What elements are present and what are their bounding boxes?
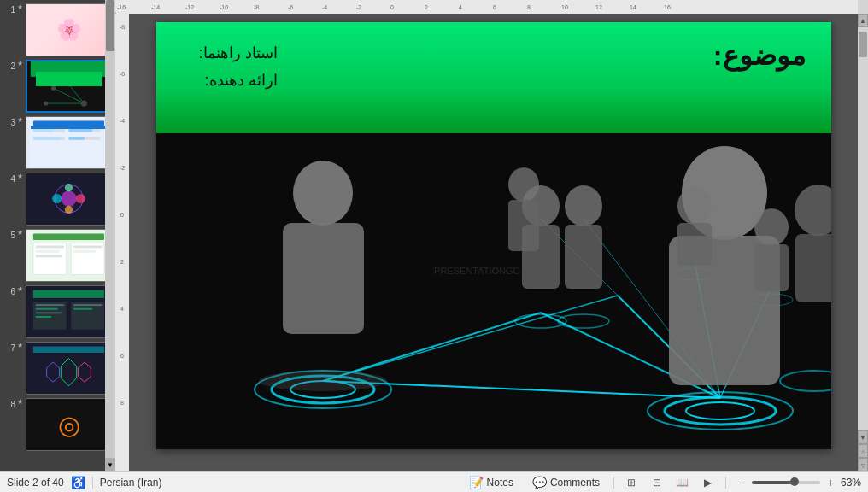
svg-point-112 bbox=[754, 208, 789, 246]
scroll-thumb[interactable] bbox=[859, 32, 867, 57]
svg-point-24 bbox=[65, 184, 73, 191]
svg-rect-113 bbox=[754, 244, 789, 291]
svg-rect-16 bbox=[33, 137, 61, 140]
svg-text:10: 10 bbox=[561, 4, 568, 10]
accessibility-icon[interactable]: ♿ bbox=[71, 476, 85, 489]
slide-sorter-btn[interactable]: ⊟ bbox=[648, 475, 666, 490]
svg-point-106 bbox=[565, 185, 602, 226]
zoom-percent: 63% bbox=[841, 477, 861, 489]
slide-thumb-8[interactable] bbox=[26, 398, 112, 451]
scroll-page-down-btn[interactable]: ▽ bbox=[858, 458, 868, 472]
zoom-in-btn[interactable]: + bbox=[824, 476, 837, 489]
slide-thumb-3[interactable] bbox=[26, 116, 112, 169]
scroll-down-btn[interactable]: ▼ bbox=[858, 430, 868, 444]
slide-canvas-container: PRESENTATIONGO.COM موضوع: استاد راهنما: … bbox=[129, 14, 858, 472]
svg-rect-28 bbox=[33, 243, 67, 275]
svg-rect-36 bbox=[33, 290, 104, 298]
canvas-area: -8 -6 -4 -2 0 2 4 6 8 bbox=[115, 14, 868, 472]
zoom-slider[interactable] bbox=[752, 481, 820, 484]
slide-item-7[interactable]: 7 ★ bbox=[3, 342, 112, 395]
svg-text:-6: -6 bbox=[288, 4, 293, 10]
svg-text:-8: -8 bbox=[120, 24, 125, 30]
right-scrollbar[interactable]: ▲ ▼ △ ▽ bbox=[858, 14, 868, 472]
svg-point-22 bbox=[52, 194, 62, 203]
slide-title-text: موضوع: bbox=[713, 39, 806, 72]
svg-text:-4: -4 bbox=[120, 118, 125, 124]
svg-text:-10: -10 bbox=[220, 4, 228, 10]
svg-point-96 bbox=[558, 314, 609, 328]
svg-point-7 bbox=[51, 86, 56, 91]
slide-star-4: ★ bbox=[17, 173, 26, 180]
slide-item-3[interactable]: 3 ★ bbox=[3, 116, 112, 169]
svg-text:2: 2 bbox=[425, 4, 428, 10]
scroll-page-up-btn[interactable]: △ bbox=[858, 444, 868, 458]
slide-item-5[interactable]: 5 ★ bbox=[3, 229, 112, 282]
svg-rect-10 bbox=[33, 121, 104, 126]
slide-panel-scroll-thumb bbox=[106, 0, 114, 51]
scroll-corner-btn[interactable] bbox=[858, 0, 868, 14]
slide-thumbnail-6 bbox=[26, 286, 111, 337]
svg-rect-32 bbox=[36, 255, 62, 258]
slide-thumbnail-1 bbox=[26, 4, 111, 56]
normal-view-btn[interactable]: ⊞ bbox=[623, 475, 640, 490]
slide-item-1[interactable]: 1 ★ bbox=[3, 3, 112, 56]
reading-view-btn[interactable]: 📖 bbox=[674, 475, 691, 490]
svg-text:-6: -6 bbox=[120, 71, 125, 77]
svg-text:12: 12 bbox=[595, 4, 602, 10]
svg-text:PRESENTATIONGO.COM: PRESENTATIONGO.COM bbox=[434, 266, 545, 276]
slide-thumb-6[interactable] bbox=[26, 285, 112, 338]
svg-rect-41 bbox=[36, 312, 62, 313]
svg-text:8: 8 bbox=[527, 4, 531, 10]
slide-panel-scroll-down-btn[interactable]: ▼ bbox=[105, 458, 115, 472]
slide-position-text: Slide 2 of 40 bbox=[7, 477, 64, 489]
svg-point-8 bbox=[81, 101, 87, 107]
svg-text:16: 16 bbox=[664, 4, 671, 10]
zoom-slider-thumb[interactable] bbox=[790, 477, 799, 486]
slide-number-4: 4 bbox=[3, 174, 15, 184]
svg-rect-44 bbox=[73, 308, 92, 310]
svg-rect-43 bbox=[73, 304, 102, 306]
comments-button[interactable]: 💬 Comments bbox=[527, 474, 605, 491]
zoom-out-btn[interactable]: − bbox=[735, 476, 748, 489]
slide-thumb-7[interactable] bbox=[26, 342, 112, 395]
slide-item-8[interactable]: 8 ★ bbox=[3, 398, 112, 451]
svg-text:0: 0 bbox=[390, 4, 394, 10]
slide-item-2[interactable]: 2 ★ bbox=[3, 60, 112, 113]
svg-text:-8: -8 bbox=[254, 4, 259, 10]
notes-button[interactable]: 📝 Notes bbox=[464, 474, 519, 491]
svg-text:4: 4 bbox=[459, 4, 462, 10]
status-divider-1 bbox=[92, 477, 93, 489]
svg-rect-40 bbox=[36, 308, 58, 310]
svg-point-94 bbox=[780, 371, 831, 391]
svg-text:-16: -16 bbox=[117, 4, 126, 10]
slide-thumb-5[interactable] bbox=[26, 229, 112, 282]
svg-rect-111 bbox=[677, 223, 712, 266]
slide-number-2: 2 bbox=[3, 62, 15, 71]
svg-text:-2: -2 bbox=[356, 4, 361, 10]
svg-text:14: 14 bbox=[630, 4, 636, 10]
slide-item-6[interactable]: 6 ★ bbox=[3, 285, 112, 338]
slide-star-5: ★ bbox=[17, 229, 26, 237]
slide-panel-scrollbar[interactable]: ▼ bbox=[105, 0, 115, 472]
slide-star-7: ★ bbox=[17, 342, 26, 349]
scroll-track[interactable] bbox=[858, 27, 868, 430]
slide-item-4[interactable]: 4 ★ bbox=[3, 173, 112, 226]
editor-area: -16 -14 -12 -10 -8 -6 -4 -2 0 2 4 6 8 10… bbox=[115, 0, 868, 472]
svg-point-6 bbox=[67, 82, 71, 86]
slide-thumbnail-2 bbox=[27, 62, 110, 111]
slide-thumb-2[interactable] bbox=[26, 60, 112, 113]
slide-thumb-4[interactable] bbox=[26, 173, 112, 226]
svg-rect-18 bbox=[69, 137, 85, 140]
status-divider-2 bbox=[613, 477, 614, 489]
slide-thumb-1[interactable] bbox=[26, 3, 112, 56]
comments-label: Comments bbox=[550, 477, 600, 489]
svg-text:0: 0 bbox=[120, 212, 124, 218]
svg-rect-1 bbox=[31, 62, 107, 77]
scroll-up-btn[interactable]: ▲ bbox=[858, 14, 868, 27]
main-area: 1 ★ 2 ★ bbox=[0, 0, 868, 472]
svg-text:-14: -14 bbox=[151, 4, 160, 10]
slide-list: 1 ★ 2 ★ bbox=[0, 0, 115, 458]
slideshow-btn[interactable]: ▶ bbox=[700, 475, 717, 490]
svg-rect-115 bbox=[795, 234, 831, 302]
svg-text:-4: -4 bbox=[322, 4, 327, 10]
